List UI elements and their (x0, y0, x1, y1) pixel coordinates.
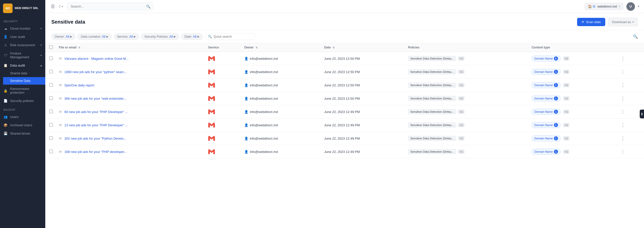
quick-search-input[interactable] (214, 35, 252, 38)
date-value: June 22, 2023 12:50 PM (324, 83, 360, 87)
file-email-cell: ✉ Vânzare afacere - Magazin online Good … (55, 52, 204, 65)
file-name-link[interactable]: 1060 new job ads for your "python" searc… (64, 70, 127, 74)
row-more-button[interactable]: ⋮ (620, 148, 626, 155)
row-actions-cell: ⋮ (616, 92, 644, 105)
filter-owner-arrow-icon: ▶ (70, 35, 72, 38)
data-table-container: File or email ⇅ Service Owner ⇅ Date ⇅ P… (45, 43, 644, 158)
row-more-button[interactable]: ⋮ (620, 82, 626, 89)
page-title: Sensitive data (51, 19, 85, 25)
policy-badge: Sensitive Data Detection (Defau... (408, 109, 456, 114)
filter-date-value: All (193, 35, 196, 38)
share-button[interactable]: ⤴ ▾ (59, 5, 63, 9)
row-more-button[interactable]: ⋮ (620, 68, 626, 75)
select-all-checkbox[interactable] (49, 45, 53, 49)
sidebar-item-risk-assessment[interactable]: ⚠ Risk Assessment ▾ (0, 41, 45, 49)
file-name-link[interactable]: 168 new job ads for your "PHP developer.… (64, 150, 127, 154)
scan-data-button[interactable]: ⟳ Scan data (577, 18, 605, 26)
row-more-button[interactable]: ⋮ (620, 95, 626, 102)
content-plus-badge[interactable]: +1 (563, 110, 570, 114)
owner-email: info@webdirect.md (250, 137, 278, 140)
filter-data-contains-value: All (102, 35, 105, 38)
sidebar-item-data-audit[interactable]: 📋 Data audit ▴ (0, 61, 45, 70)
row-more-button[interactable]: ⋮ (620, 108, 626, 115)
sidebar-item-archived-users[interactable]: 📦 Archived Users (0, 121, 45, 129)
content-plus-badge[interactable]: +1 (563, 136, 570, 140)
owner-email: info@webdirect.md (250, 150, 278, 154)
row-checkbox[interactable] (49, 70, 53, 73)
date-value: June 22, 2023 12:49 PM (324, 110, 360, 114)
content-plus-badge[interactable]: +1 (563, 96, 570, 100)
domain-name-badge: Domain Name 1 (532, 109, 561, 115)
policy-plus-badge[interactable]: +1 (458, 110, 464, 114)
file-email-cell: ✉ 60 new job ads for your "PHP Developer… (55, 105, 204, 119)
filter-service-value: All (129, 35, 133, 38)
info-tab[interactable]: ℹ (640, 110, 644, 119)
content-plus-badge[interactable]: +1 (563, 123, 570, 127)
menu-button[interactable]: ☰ (50, 3, 56, 10)
filter-data-contains[interactable]: Data contains: All ▶ (77, 33, 112, 40)
policy-plus-badge[interactable]: +1 (458, 136, 464, 140)
filter-service-arrow-icon: ▶ (134, 35, 136, 38)
sidebar-item-label: Risk Assessment (10, 43, 35, 47)
avatar-chevron-icon[interactable]: ▾ (638, 5, 639, 8)
owner-icon: 👤 (244, 110, 248, 114)
sidebar-item-cloud-monitor[interactable]: ☁ Cloud monitor ▾ (0, 24, 45, 33)
policy-plus-badge[interactable]: +1 (458, 123, 464, 127)
domain-count: 1 (554, 150, 558, 154)
row-checkbox[interactable] (49, 83, 53, 87)
topbar-search-input[interactable] (67, 3, 153, 10)
filter-security-policies-arrow-icon: ▶ (174, 35, 176, 38)
filter-date[interactable]: Date: All ▶ (181, 33, 203, 40)
sidebar-item-security-policies[interactable]: 📄 Security policies (0, 97, 45, 105)
row-checkbox[interactable] (49, 150, 53, 153)
file-name-link[interactable]: 202 new job ads for your "Python Develo.… (64, 137, 126, 140)
file-name-link[interactable]: 13 new job ads for your "PHP Developer" … (64, 123, 128, 127)
row-checkbox[interactable] (49, 110, 53, 113)
sidebar-item-shared-data[interactable]: Shared data (3, 70, 45, 77)
policy-plus-badge[interactable]: +1 (458, 70, 464, 74)
topbar-domain-selector[interactable]: 🏠 G webdirect.md ▾ (585, 3, 623, 10)
file-name-link[interactable]: SpinOne daily report (64, 83, 94, 87)
policy-cell: Sensitive Data Detection (Defau... +1 (404, 145, 528, 158)
row-more-button[interactable]: ⋮ (620, 55, 626, 62)
content-type-cell: Domain Name 1 +1 (528, 105, 616, 119)
sidebar-item-user-audit[interactable]: 👤 User audit (0, 33, 45, 41)
filter-service[interactable]: Service: All ▶ (114, 33, 139, 40)
policy-plus-badge[interactable]: +1 (458, 96, 464, 100)
filter-security-policies[interactable]: Security Policies: All ▶ (141, 33, 179, 40)
data-audit-icon: 📋 (4, 64, 8, 67)
row-checkbox[interactable] (49, 123, 53, 127)
owner-icon: 👤 (244, 83, 248, 87)
policy-plus-badge[interactable]: +1 (458, 83, 464, 87)
sidebar-item-posture-management[interactable]: 🛡 Posture Management ▾ (0, 49, 45, 61)
sidebar-item-shared-drives[interactable]: 💾 Shared drives (0, 129, 45, 138)
row-checkbox[interactable] (49, 136, 53, 140)
user-avatar[interactable]: U (626, 2, 635, 11)
sidebar-item-users[interactable]: 👥 Users (0, 113, 45, 121)
content-plus-badge[interactable]: +1 (563, 70, 570, 74)
owner-email: info@webdirect.md (250, 70, 278, 74)
content-plus-badge[interactable]: +2 (563, 56, 570, 61)
download-as-button[interactable]: Download as ▾ (608, 18, 638, 26)
content-plus-badge[interactable]: +1 (563, 150, 570, 154)
sidebar-item-ransomware-protection[interactable]: 🔒 Ransomware protection (0, 85, 45, 97)
row-checkbox[interactable] (49, 96, 53, 100)
row-checkbox[interactable] (49, 56, 53, 60)
policy-plus-badge[interactable]: +1 (458, 150, 464, 154)
domain-name-badge: Domain Name 1 (532, 82, 561, 88)
content-plus-badge[interactable]: +1 (563, 83, 570, 87)
file-name-link[interactable]: 60 new job ads for your "PHP Developer" … (64, 110, 128, 114)
file-name-link[interactable]: 366 new job ads for your "web entwickler… (64, 97, 126, 100)
policy-badge: Sensitive Data Detection (Defau... (408, 56, 456, 61)
filter-owner[interactable]: Owner: All ▶ (51, 33, 75, 40)
row-more-button[interactable]: ⋮ (620, 135, 626, 142)
sidebar-item-label: Cloud monitor (10, 27, 30, 30)
row-more-button[interactable]: ⋮ (620, 122, 626, 129)
policy-cell: Sensitive Data Detection (Defau... +1 (404, 105, 528, 119)
sidebar-item-sensitive-data[interactable]: Sensitive Data (3, 77, 45, 85)
email-icon: ✉ (59, 136, 62, 140)
row-checkbox-cell (45, 65, 55, 79)
policy-plus-badge[interactable]: +1 (458, 56, 464, 61)
file-name-link[interactable]: Vânzare afacere - Magazin online Good M.… (64, 57, 129, 61)
sidebar: WD WEB DIRECT SRL SECURITY ☁ Cloud monit… (0, 0, 45, 228)
